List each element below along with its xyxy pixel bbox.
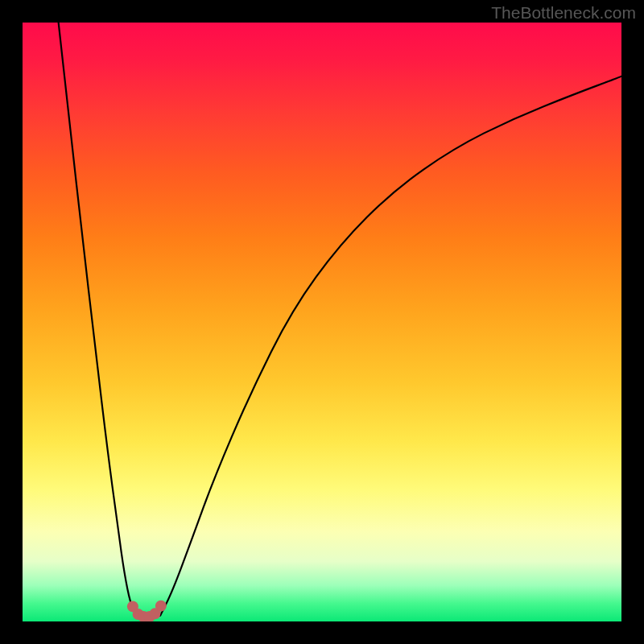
valley-marker-dot <box>155 601 167 612</box>
curve-right-rise <box>160 76 621 616</box>
curves-svg <box>23 23 621 621</box>
valley-markers <box>127 601 167 621</box>
plot-area <box>23 23 621 621</box>
watermark-text: TheBottleneck.com <box>491 3 636 23</box>
chart-frame: TheBottleneck.com <box>0 0 644 644</box>
curve-left-descent <box>59 23 137 616</box>
